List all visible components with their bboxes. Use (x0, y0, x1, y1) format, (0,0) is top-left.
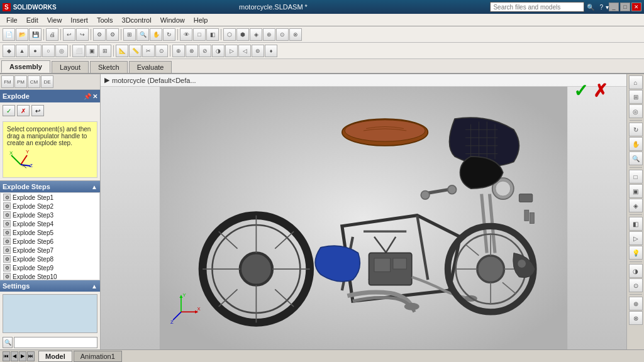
tab-nav-next[interactable]: ▶ (19, 351, 26, 361)
list-item[interactable]: ⚙ Explode Step10 (1, 272, 99, 280)
section-view[interactable]: ◧ (206, 28, 219, 41)
tb1-btn6[interactable]: ⊗ (289, 28, 302, 41)
new-button[interactable]: 📄 (3, 28, 15, 41)
property-manager[interactable]: PM (14, 75, 27, 88)
tb2-btn1[interactable]: ◆ (3, 45, 15, 57)
pan[interactable]: ✋ (150, 28, 162, 41)
btab-model[interactable]: Model (38, 351, 72, 362)
settings-input[interactable] (14, 337, 97, 348)
menu-help[interactable]: Help (190, 16, 212, 25)
close-button[interactable]: ✕ (631, 3, 641, 11)
rt-display-3[interactable]: ◈ (629, 199, 643, 212)
menu-window[interactable]: Window (157, 16, 189, 25)
tb2-btn16[interactable]: ◑ (212, 45, 225, 57)
tab-sketch[interactable]: Sketch (90, 61, 128, 73)
print-button[interactable]: 🖨 (46, 28, 58, 41)
hide-show[interactable]: 👁 (180, 28, 192, 41)
rebuild-button[interactable]: ⚙ (93, 28, 106, 41)
tb2-btn12[interactable]: ⊙ (155, 45, 168, 57)
tb2-btn10[interactable]: 📏 (129, 45, 142, 57)
btab-animation1[interactable]: Animation1 (74, 351, 122, 362)
tb1-btn3[interactable]: ◈ (250, 28, 262, 41)
menu-view[interactable]: View (43, 16, 66, 25)
config-manager[interactable]: CM (28, 75, 40, 88)
rt-rotate[interactable]: ↻ (629, 123, 643, 136)
list-item[interactable]: ⚙ Explode Step5 (1, 228, 99, 237)
rt-view[interactable]: ◎ (629, 104, 643, 118)
explode-undo-button[interactable]: ↩ (31, 105, 44, 116)
zoom-fit[interactable]: ⊞ (123, 28, 136, 41)
tab-evaluate[interactable]: Evaluate (129, 61, 172, 73)
dim-expert[interactable]: DE (41, 75, 53, 88)
rt-model[interactable]: ▷ (629, 231, 643, 245)
rt-display-2[interactable]: ▣ (629, 184, 643, 198)
tb2-btn18[interactable]: ◁ (238, 45, 251, 57)
menu-edit[interactable]: Edit (23, 16, 42, 25)
rt-home[interactable]: ⌂ (629, 75, 643, 89)
tb1-btn2[interactable]: ⬢ (236, 28, 249, 41)
list-item[interactable]: ⚙ Explode Step9 (1, 263, 99, 272)
tab-assembly[interactable]: Assembly (1, 60, 50, 73)
explode-ok-button[interactable]: ✓ (3, 105, 15, 116)
display-style[interactable]: □ (193, 28, 206, 41)
rt-zoom-fit[interactable]: ⊞ (629, 90, 643, 104)
tab-nav-first[interactable]: ⏮ (3, 351, 10, 361)
tb2-btn15[interactable]: ⊘ (199, 45, 211, 57)
tab-nav-prev[interactable]: ◀ (11, 351, 18, 361)
save-button[interactable]: 💾 (29, 28, 42, 41)
tb2-btn4[interactable]: ○ (42, 45, 55, 57)
tb2-btn20[interactable]: ♦ (265, 45, 277, 57)
rt-scene[interactable]: ⊙ (629, 278, 643, 292)
tb2-btn6[interactable]: ⬜ (72, 45, 85, 57)
explode-close[interactable]: ✕ (92, 93, 97, 100)
menu-file[interactable]: File (3, 16, 21, 25)
feature-manager[interactable]: FM (1, 75, 14, 88)
list-item[interactable]: ⚙ Explode Step3 (1, 211, 99, 219)
settings-btn-1[interactable]: 🔍 (3, 337, 13, 348)
list-item[interactable]: ⚙ Explode Step4 (1, 219, 99, 228)
tb2-btn7[interactable]: ▣ (86, 45, 98, 57)
rt-section[interactable]: ◧ (629, 217, 643, 231)
tb1-btn5[interactable]: ⊙ (276, 28, 289, 41)
rt-pan[interactable]: ✋ (629, 137, 643, 151)
menu-insert[interactable]: Insert (67, 16, 92, 25)
tb2-btn11[interactable]: ✂ (142, 45, 155, 57)
menu-tools[interactable]: Tools (93, 16, 117, 25)
tb2-btn3[interactable]: ● (29, 45, 42, 57)
explode-pin[interactable]: 📌 (84, 93, 91, 100)
list-item[interactable]: ⚙ Explode Step1 (1, 193, 99, 202)
list-item[interactable]: ⚙ Explode Step7 (1, 246, 99, 255)
tb2-btn9[interactable]: 📐 (116, 45, 128, 57)
zoom-in[interactable]: 🔍 (136, 28, 149, 41)
tb1-btn4[interactable]: ⊕ (263, 28, 275, 41)
tb2-btn8[interactable]: ⊞ (99, 45, 111, 57)
minimize-button[interactable]: _ (609, 3, 619, 11)
rt-more-2[interactable]: ⊗ (629, 311, 643, 325)
rt-zoom[interactable]: 🔍 (629, 151, 643, 165)
tab-layout[interactable]: Layout (52, 61, 89, 73)
list-item[interactable]: ⚙ Explode Step8 (1, 255, 99, 263)
tb2-btn14[interactable]: ⊗ (186, 45, 198, 57)
menu-3dcontrol[interactable]: 3Dcontrol (118, 16, 155, 25)
tb2-btn5[interactable]: ◎ (55, 45, 68, 57)
redo-button[interactable]: ↪ (76, 28, 89, 41)
options-button[interactable]: ⚙ (106, 28, 119, 41)
search-icon[interactable]: 🔍 (587, 4, 594, 11)
tb2-btn13[interactable]: ⊕ (172, 45, 185, 57)
steps-collapse[interactable]: ▲ (91, 184, 97, 190)
settings-collapse[interactable]: ▲ (91, 283, 97, 290)
help-icon[interactable]: ? (599, 4, 603, 11)
list-item[interactable]: ⚙ Explode Step6 (1, 237, 99, 246)
search-input[interactable] (490, 2, 584, 12)
list-item[interactable]: ⚙ Explode Step2 (1, 202, 99, 211)
tb1-btn1[interactable]: ⬡ (223, 28, 236, 41)
explode-cancel-button[interactable]: ✗ (17, 105, 30, 116)
rotate[interactable]: ↻ (163, 28, 175, 41)
rt-display-1[interactable]: □ (629, 170, 643, 184)
tb2-btn17[interactable]: ▷ (225, 45, 238, 57)
open-button[interactable]: 📂 (16, 28, 28, 41)
viewport[interactable]: ▶ motorcycle (Default<Defa... ✓ ✗ (101, 74, 626, 349)
restore-button[interactable]: □ (620, 3, 630, 11)
undo-button[interactable]: ↩ (63, 28, 75, 41)
tb2-btn2[interactable]: ▲ (16, 45, 28, 57)
